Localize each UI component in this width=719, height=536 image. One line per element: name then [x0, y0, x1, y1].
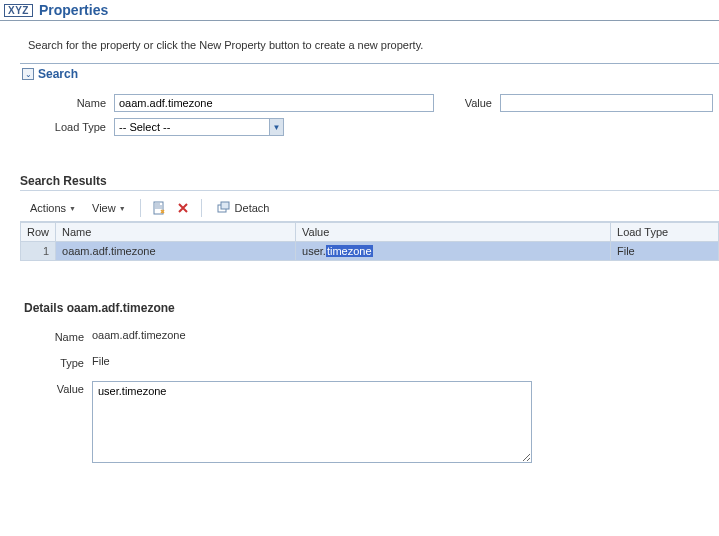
- cell-loadtype: File: [611, 242, 719, 261]
- details-type-label: Type: [24, 355, 84, 369]
- search-panel-title: Search: [38, 67, 78, 81]
- results-title: Search Results: [20, 174, 719, 191]
- detach-icon: [217, 201, 231, 215]
- details-name-label: Name: [24, 329, 84, 343]
- value-label: Value: [442, 97, 492, 109]
- brand-logo: XYZ: [4, 4, 33, 17]
- page-header: XYZ Properties: [0, 0, 719, 21]
- loadtype-select[interactable]: -- Select --: [114, 118, 284, 136]
- name-input[interactable]: [114, 94, 434, 112]
- search-panel: ⌄ Search Name Value Load Type -- Select …: [20, 63, 719, 156]
- row-number: 1: [21, 242, 56, 261]
- instruction-text: Search for the property or click the New…: [28, 39, 719, 51]
- actions-menu[interactable]: Actions▼: [24, 200, 82, 216]
- results-toolbar: Actions▼ View▼ Detach: [20, 195, 719, 222]
- col-value[interactable]: Value: [296, 223, 611, 242]
- loadtype-label: Load Type: [26, 121, 106, 133]
- value-input[interactable]: [500, 94, 713, 112]
- col-row[interactable]: Row: [21, 223, 56, 242]
- table-row[interactable]: 1 oaam.adf.timezone user.timezone File: [21, 242, 719, 261]
- details-name-value: oaam.adf.timezone: [92, 329, 719, 341]
- details-panel: Details oaam.adf.timezone Name oaam.adf.…: [20, 301, 719, 463]
- col-name[interactable]: Name: [56, 223, 296, 242]
- new-icon[interactable]: [149, 198, 169, 218]
- details-title: Details oaam.adf.timezone: [24, 301, 719, 315]
- details-value-textarea[interactable]: [92, 381, 532, 463]
- page-title: Properties: [39, 2, 108, 18]
- details-value-label: Value: [24, 381, 84, 395]
- view-menu[interactable]: View▼: [86, 200, 132, 216]
- collapse-toggle-icon[interactable]: ⌄: [22, 68, 34, 80]
- svg-rect-2: [221, 202, 229, 209]
- results-table: Row Name Value Load Type 1 oaam.adf.time…: [20, 222, 719, 261]
- cell-name: oaam.adf.timezone: [56, 242, 296, 261]
- delete-icon[interactable]: [173, 198, 193, 218]
- name-label: Name: [26, 97, 106, 109]
- col-loadtype[interactable]: Load Type: [611, 223, 719, 242]
- cell-value: user.timezone: [296, 242, 611, 261]
- detach-button[interactable]: Detach: [210, 198, 277, 218]
- details-type-value: File: [92, 355, 719, 367]
